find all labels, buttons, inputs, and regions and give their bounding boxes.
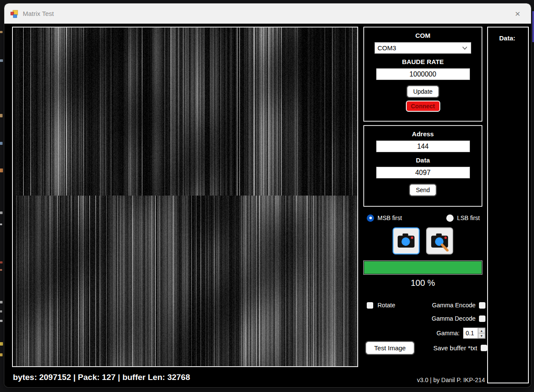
capture-buttons-row xyxy=(363,227,482,254)
close-button[interactable]: × xyxy=(504,3,531,24)
rotate-label: Rotate xyxy=(377,302,395,309)
background-artifact xyxy=(0,261,3,263)
test-image-button[interactable]: Test Image xyxy=(366,342,414,354)
titlebar[interactable]: Matrix Test × xyxy=(4,3,531,24)
matrix-test-window: Matrix Test × COM COM3 BAUDE xyxy=(4,3,531,387)
data-panel-title: Data: xyxy=(499,34,528,42)
spin-down-icon[interactable]: ▼ xyxy=(478,333,485,338)
gamma-label: Gamma: xyxy=(436,330,460,337)
connect-button[interactable]: Connect xyxy=(406,101,440,112)
com-label: COM xyxy=(364,32,482,39)
progress-bar xyxy=(363,260,482,275)
address-input[interactable] xyxy=(376,141,470,152)
msb-first-radio[interactable] xyxy=(367,214,374,222)
save-buffer-label: Save buffer *txt xyxy=(433,344,477,352)
background-artifact xyxy=(0,353,3,356)
capture-button[interactable] xyxy=(393,227,420,254)
decode-row: Gamma Decode xyxy=(363,314,487,323)
gamma-encode-checkbox[interactable] xyxy=(479,302,485,309)
background-artifact xyxy=(0,59,3,62)
com-port-value: COM3 xyxy=(377,44,396,52)
gamma-encode-label: Gamma Encode xyxy=(432,302,476,309)
camera-icon xyxy=(396,230,417,251)
sensor-noise-image xyxy=(13,28,357,366)
background-artifact xyxy=(0,342,3,346)
gamma-spinner[interactable]: 0.1 ▲ ▼ xyxy=(463,328,485,339)
background-artifact xyxy=(0,31,3,33)
gamma-decode-checkbox[interactable] xyxy=(479,315,485,322)
window-title: Matrix Test xyxy=(23,10,54,17)
client-area: COM COM3 BAUDE RATE Update xyxy=(4,24,531,387)
data-label: Data xyxy=(364,156,482,164)
address-data-groupbox: Adress Data Send xyxy=(363,125,482,207)
background-artifact xyxy=(0,142,3,145)
camera-magnifier-icon xyxy=(429,230,450,251)
progress-bar-fill xyxy=(364,261,482,274)
save-buffer-checkbox[interactable] xyxy=(481,345,487,351)
background-artifact xyxy=(0,320,3,322)
baud-rate-label: BAUDE RATE xyxy=(364,58,482,65)
app-icon xyxy=(10,9,18,18)
background-artifact xyxy=(0,310,2,312)
data-input[interactable] xyxy=(376,167,470,178)
status-stats: bytes: 2097152 | Pack: 127 | buffer Len:… xyxy=(13,373,190,382)
data-panel: Data: xyxy=(487,27,529,383)
update-button[interactable]: Update xyxy=(407,86,439,97)
background-artifact xyxy=(0,301,3,303)
background-artifact xyxy=(0,269,2,271)
lsb-first-radio[interactable] xyxy=(446,214,454,222)
sensor-image-panel xyxy=(12,27,358,367)
rotate-encode-row: Rotate Gamma Encode xyxy=(363,301,487,309)
send-button[interactable]: Send xyxy=(410,184,436,196)
background-artifact xyxy=(0,211,3,214)
spinner-arrows: ▲ ▼ xyxy=(478,328,485,338)
gamma-value: 0.1 xyxy=(463,328,478,338)
baud-rate-input[interactable] xyxy=(376,68,470,80)
rotate-checkbox[interactable] xyxy=(367,302,373,309)
bit-order-row: MSB first LSB first xyxy=(363,213,482,223)
gamma-decode-label: Gamma Decode xyxy=(432,315,476,322)
background-artifact xyxy=(0,224,2,225)
version-label: v3.0 | by Danil P. IKP-214 xyxy=(363,377,485,383)
test-row: Test Image Save buffer *txt xyxy=(363,342,488,354)
chevron-down-icon xyxy=(462,46,467,50)
gamma-value-row: Gamma: 0.1 ▲ ▼ xyxy=(363,327,487,339)
background-artifact xyxy=(0,114,3,117)
com-groupbox: COM COM3 BAUDE RATE Update xyxy=(363,27,482,122)
lsb-first-label: LSB first xyxy=(457,214,480,221)
background-artifact xyxy=(532,11,534,42)
capture-preview-button[interactable] xyxy=(426,227,453,254)
desktop-background: Matrix Test × COM COM3 BAUDE xyxy=(0,0,534,392)
address-label: Adress xyxy=(364,130,482,138)
progress-percent-label: 100 % xyxy=(363,278,482,288)
background-artifact xyxy=(0,168,3,172)
msb-first-label: MSB first xyxy=(377,214,402,221)
com-port-select[interactable]: COM3 xyxy=(374,42,471,54)
spin-up-icon[interactable]: ▲ xyxy=(478,328,485,333)
